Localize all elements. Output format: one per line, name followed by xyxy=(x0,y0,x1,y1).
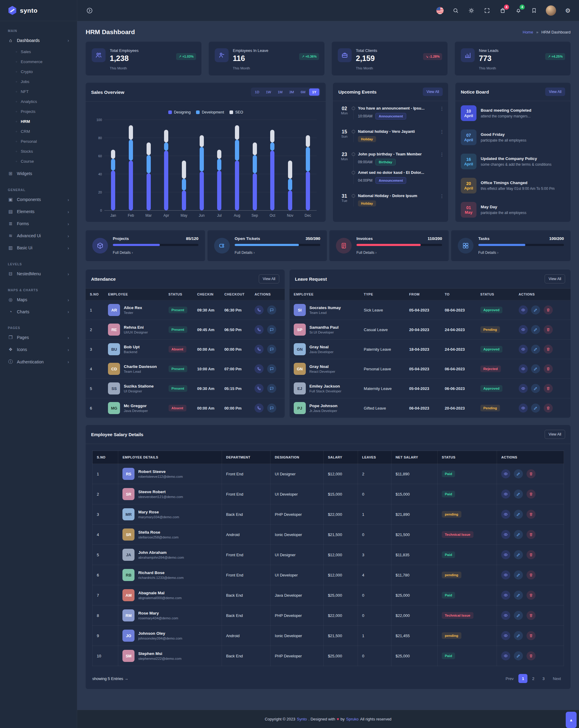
delete-button[interactable] xyxy=(526,591,535,600)
sidebar-subitem[interactable]: Personal xyxy=(0,136,77,147)
sidebar-item[interactable]: Widgets xyxy=(0,167,77,180)
delete-button[interactable] xyxy=(526,651,535,660)
edit-button[interactable] xyxy=(531,364,540,373)
edit-button[interactable] xyxy=(514,510,523,519)
showing-entries-link[interactable]: showing 5 Entries xyxy=(92,676,128,681)
sidebar-item[interactable]: Authentication › xyxy=(0,356,77,368)
view-button[interactable] xyxy=(501,570,510,579)
view-button[interactable] xyxy=(501,591,510,600)
edit-button[interactable] xyxy=(531,345,540,354)
edit-button[interactable] xyxy=(514,490,523,499)
pagination-page[interactable]: 3 xyxy=(539,674,548,683)
brand-logo[interactable]: synto xyxy=(0,0,77,21)
view-button[interactable] xyxy=(519,364,528,373)
user-avatar[interactable] xyxy=(546,5,556,16)
pagination-prev[interactable]: Prev xyxy=(503,675,517,683)
range-button[interactable]: 1M xyxy=(275,88,285,96)
sidebar-subitem[interactable]: Crypto xyxy=(0,67,77,77)
chat-button[interactable] xyxy=(267,306,276,314)
sidebar-subitem[interactable]: Stocks xyxy=(0,147,77,156)
cart-icon[interactable]: 4 xyxy=(499,7,507,15)
view-button[interactable] xyxy=(501,651,510,660)
kebab-menu-icon[interactable]: ⋮ xyxy=(440,152,444,184)
search-icon[interactable] xyxy=(452,7,460,15)
view-button[interactable] xyxy=(519,306,528,314)
events-view-all-button[interactable]: View All xyxy=(423,87,443,96)
sidebar-subitem[interactable]: Analytics xyxy=(0,97,77,107)
chat-button[interactable] xyxy=(267,364,276,373)
sidebar-item[interactable]: Advanced Ui › xyxy=(0,230,77,242)
view-button[interactable] xyxy=(501,469,510,478)
range-button[interactable]: 1W xyxy=(263,88,274,96)
language-flag-icon[interactable] xyxy=(436,7,444,15)
view-button[interactable] xyxy=(519,325,528,334)
full-details-link[interactable]: Full Details xyxy=(356,251,377,255)
event-radio-icon[interactable] xyxy=(352,107,355,110)
event-radio-icon[interactable] xyxy=(352,171,355,175)
call-button[interactable] xyxy=(254,404,264,413)
pagination-next[interactable]: Next xyxy=(550,675,564,683)
footer-company-link[interactable]: Spruko xyxy=(346,717,359,721)
bookmark-icon[interactable] xyxy=(530,7,538,15)
sidebar-toggle-icon[interactable] xyxy=(84,5,95,16)
settings-gear-icon[interactable]: ⚙ xyxy=(564,7,572,15)
delete-button[interactable] xyxy=(544,325,553,334)
delete-button[interactable] xyxy=(544,404,553,413)
sidebar-item[interactable]: NestedMenu › xyxy=(0,268,77,280)
call-button[interactable] xyxy=(254,345,264,354)
view-button[interactable] xyxy=(519,345,528,354)
edit-button[interactable] xyxy=(514,530,523,539)
edit-button[interactable] xyxy=(531,325,540,334)
sidebar-item[interactable]: Charts › xyxy=(0,306,77,317)
edit-button[interactable] xyxy=(514,469,523,478)
full-details-link[interactable]: Full Details xyxy=(478,251,498,255)
kebab-menu-icon[interactable]: ⋮ xyxy=(440,106,444,120)
kebab-menu-icon[interactable]: ⋮ xyxy=(440,193,444,206)
salary-view-all-button[interactable]: View All xyxy=(545,430,565,439)
kebab-menu-icon[interactable]: ⋮ xyxy=(440,129,444,142)
call-button[interactable] xyxy=(254,384,264,393)
sidebar-item[interactable]: Components › xyxy=(0,193,77,206)
edit-button[interactable] xyxy=(514,550,523,559)
delete-button[interactable] xyxy=(526,490,535,499)
view-button[interactable] xyxy=(501,510,510,519)
delete-button[interactable] xyxy=(526,631,535,640)
sidebar-item[interactable]: Dashboards › xyxy=(0,34,77,46)
notice-view-all-button[interactable]: View All xyxy=(545,87,565,96)
delete-button[interactable] xyxy=(544,306,553,314)
sidebar-item[interactable]: Maps › xyxy=(0,294,77,306)
view-button[interactable] xyxy=(501,530,510,539)
sidebar-item[interactable]: Forms › xyxy=(0,217,77,230)
footer-brand-link[interactable]: Synto xyxy=(297,717,307,721)
edit-button[interactable] xyxy=(531,384,540,393)
delete-button[interactable] xyxy=(544,345,553,354)
call-button[interactable] xyxy=(254,325,264,334)
delete-button[interactable] xyxy=(544,384,553,393)
fullscreen-icon[interactable] xyxy=(483,7,491,15)
edit-button[interactable] xyxy=(514,591,523,600)
theme-sun-icon[interactable] xyxy=(467,7,475,15)
sidebar-item[interactable]: Elements › xyxy=(0,206,77,217)
full-details-link[interactable]: Full Details xyxy=(113,251,133,255)
notifications-bell-icon[interactable]: 4 xyxy=(515,7,522,15)
sidebar-item[interactable]: Basic Ui › xyxy=(0,242,77,254)
delete-button[interactable] xyxy=(526,611,535,620)
range-button[interactable]: 1Y xyxy=(309,88,319,96)
event-radio-icon[interactable] xyxy=(352,130,355,133)
call-button[interactable] xyxy=(254,306,264,314)
view-button[interactable] xyxy=(519,404,528,413)
event-radio-icon[interactable] xyxy=(352,152,355,156)
edit-button[interactable] xyxy=(531,404,540,413)
sidebar-subitem[interactable]: Ecommerce xyxy=(0,57,77,67)
delete-button[interactable] xyxy=(526,469,535,478)
range-button[interactable]: 1D xyxy=(252,88,263,96)
sidebar-subitem[interactable]: HRM xyxy=(0,116,77,127)
sidebar-item[interactable]: Pages › xyxy=(0,331,77,343)
sidebar-subitem[interactable]: CRM xyxy=(0,127,77,136)
sidebar-subitem[interactable]: Projects xyxy=(0,107,77,116)
range-button[interactable]: 6M xyxy=(298,88,308,96)
edit-button[interactable] xyxy=(514,570,523,579)
edit-button[interactable] xyxy=(531,306,540,314)
sidebar-item[interactable]: Icons › xyxy=(0,343,77,356)
event-radio-icon[interactable] xyxy=(352,194,355,198)
